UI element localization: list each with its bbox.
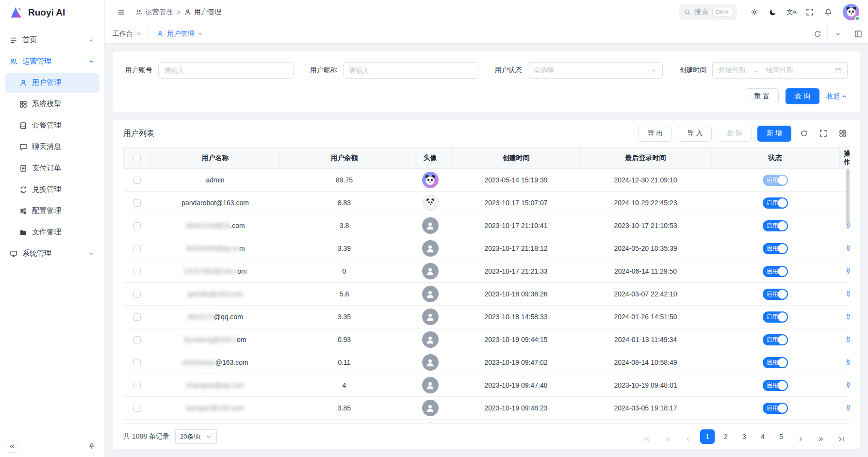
column-settings-button[interactable] xyxy=(836,127,850,140)
close-icon[interactable]: × xyxy=(198,31,202,37)
user-balance-cell: 0 xyxy=(280,260,409,283)
chevron-down-icon xyxy=(88,37,95,44)
account-input[interactable] xyxy=(164,66,288,74)
jump-back-button[interactable] xyxy=(659,429,676,444)
status-toggle[interactable]: 启用 xyxy=(763,334,788,345)
last-login-cell: 2023-10-17 21:10:53 xyxy=(581,214,711,237)
row-checkbox[interactable] xyxy=(133,177,141,184)
chevron-down-icon xyxy=(650,67,657,74)
last-login-cell: 2023-10-19 09:59:42 xyxy=(581,420,711,424)
status-toggle[interactable]: 启用 xyxy=(763,220,788,231)
avatar xyxy=(422,217,439,234)
prev-page-button[interactable] xyxy=(680,429,696,444)
last-page-button[interactable] xyxy=(833,429,850,444)
sidebar-item-chat-messages[interactable]: 聊天消息 xyxy=(5,137,99,157)
row-checkbox[interactable] xyxy=(133,222,141,229)
select-all-checkbox[interactable] xyxy=(133,155,141,162)
query-button[interactable]: 查 询 xyxy=(786,88,819,104)
status-toggle[interactable]: 启用 xyxy=(763,266,788,277)
table-scrollbar[interactable] xyxy=(846,169,850,423)
page-button-4[interactable]: 4 xyxy=(755,429,770,444)
first-page-button[interactable] xyxy=(639,429,655,444)
settings-button[interactable] xyxy=(747,4,762,20)
close-icon[interactable]: × xyxy=(137,31,141,37)
reset-button[interactable]: 重 置 xyxy=(745,88,779,104)
avatar xyxy=(422,240,439,257)
moon-icon xyxy=(769,8,777,16)
status-toggle[interactable]: 启用 xyxy=(763,403,788,414)
row-checkbox[interactable] xyxy=(133,382,141,389)
status-toggle[interactable]: 启用 xyxy=(763,357,788,368)
sidebar-item-operations[interactable]: 运营管理 xyxy=(5,51,99,71)
status-toggle[interactable]: 启用 xyxy=(763,197,788,209)
sidebar-item-home[interactable]: 首页 xyxy=(5,30,99,50)
row-checkbox[interactable] xyxy=(133,199,141,207)
status-toggle[interactable]: 启用 xyxy=(763,380,788,391)
sidebar-pin-button[interactable] xyxy=(85,440,98,453)
breadcrumb-operations[interactable]: 运营管理 xyxy=(136,8,173,16)
collapse-filter-link[interactable]: 收起 xyxy=(826,92,848,101)
next-page-button[interactable] xyxy=(792,429,809,444)
notifications-button[interactable] xyxy=(820,4,836,20)
tab-menu-button[interactable] xyxy=(827,24,848,43)
tab-refresh-button[interactable] xyxy=(807,24,827,43)
page-size-select[interactable]: 20条/页 xyxy=(175,429,217,444)
brand[interactable]: Ruoyi AI xyxy=(0,0,104,25)
date-range-picker[interactable]: 开始日期 → 结束日期 xyxy=(712,62,848,79)
table-refresh-button[interactable] xyxy=(797,127,811,140)
add-button[interactable]: 新 增 xyxy=(757,126,791,142)
row-checkbox[interactable] xyxy=(133,268,141,275)
sidebar-item-file-management[interactable]: 文件管理 xyxy=(5,222,99,242)
sidebar-collapse-button[interactable] xyxy=(6,440,18,453)
status-toggle[interactable]: 启用 xyxy=(763,243,788,254)
sidebar-item-config-management[interactable]: 配置管理 xyxy=(5,201,99,221)
scrollbar-thumb[interactable] xyxy=(846,169,850,224)
row-checkbox[interactable] xyxy=(133,336,141,343)
status-select[interactable]: 请选择 xyxy=(528,62,663,79)
row-checkbox[interactable] xyxy=(133,291,141,298)
list-header: 用户列表 导 出 导 入 删 除 新 增 xyxy=(123,120,850,147)
user-name-cell: 59302153@16.com xyxy=(151,214,280,237)
user-name-cell: lihua2023@qq.com xyxy=(151,420,280,424)
export-button[interactable]: 导 出 xyxy=(638,126,672,142)
row-checkbox[interactable] xyxy=(133,405,141,412)
import-button[interactable]: 导 入 xyxy=(678,126,712,142)
delete-button[interactable]: 删 除 xyxy=(718,126,752,142)
row-checkbox[interactable] xyxy=(133,313,141,321)
page-button-1[interactable]: 1 xyxy=(700,429,715,444)
language-button[interactable]: 文A xyxy=(784,4,799,20)
sidebar-item-system-model[interactable]: 系统模型 xyxy=(5,94,99,114)
table-fullscreen-button[interactable] xyxy=(817,127,830,140)
table-body: admin 89.75 2023-05-14 15:19:39 2024-12-… xyxy=(124,169,850,424)
sidebar-item-exchange-management[interactable]: 兑换管理 xyxy=(5,180,99,199)
user-avatar[interactable] xyxy=(843,4,859,20)
row-checkbox[interactable] xyxy=(133,245,141,252)
sidebar-item-system-management[interactable]: 系统管理 xyxy=(5,244,99,263)
fullscreen-button[interactable] xyxy=(802,4,818,20)
tab-user-management[interactable]: 用户管理 × xyxy=(149,24,211,43)
table-row: liyundong@163.com 0.93 2023-10-19 09:44:… xyxy=(124,328,850,351)
menu-toggle-button[interactable] xyxy=(114,4,129,20)
nickname-input[interactable] xyxy=(349,66,473,74)
status-toggle[interactable]: 启用 xyxy=(763,311,788,323)
end-date-placeholder: 结束日期 xyxy=(766,66,793,75)
breadcrumb-user-management[interactable]: 用户管理 xyxy=(184,8,221,16)
tab-workbench[interactable]: 工作台 × xyxy=(105,24,149,43)
created-time-cell: 2023-10-19 09:47:02 xyxy=(452,351,581,374)
user-name-cell: 9822175@qq.com xyxy=(151,306,280,328)
status-toggle[interactable]: 启用 xyxy=(763,289,788,300)
row-checkbox[interactable] xyxy=(133,359,141,366)
status-toggle[interactable]: 启用 xyxy=(763,175,788,186)
theme-toggle-button[interactable] xyxy=(765,4,781,20)
page-button-5[interactable]: 5 xyxy=(774,429,788,444)
avatar xyxy=(422,331,439,348)
page-button-3[interactable]: 3 xyxy=(737,429,752,444)
sidebar-item-user-management[interactable]: 用户管理 xyxy=(5,73,99,93)
sidebar-item-payment-orders[interactable]: 支付订单 xyxy=(5,158,99,178)
global-search[interactable]: 搜索 Ctrl K xyxy=(679,4,737,20)
sidebar-item-package-management[interactable]: 套餐管理 xyxy=(5,115,99,135)
jump-forward-button[interactable] xyxy=(813,429,829,444)
created-time-cell: 2023-10-19 09:59:38 xyxy=(452,420,581,424)
tab-fullscreen-button[interactable] xyxy=(848,24,868,43)
page-button-2[interactable]: 2 xyxy=(719,429,733,444)
